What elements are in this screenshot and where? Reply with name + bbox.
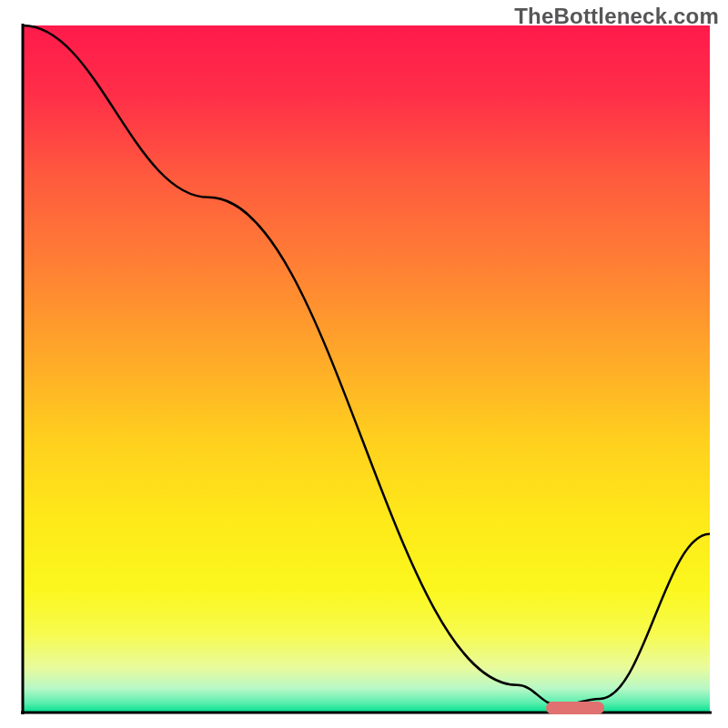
watermark-text: TheBottleneck.com — [514, 4, 719, 29]
optimal-range-marker — [546, 702, 604, 714]
chart-container: TheBottleneck.com — [0, 0, 728, 728]
bottleneck-plot — [0, 0, 728, 728]
